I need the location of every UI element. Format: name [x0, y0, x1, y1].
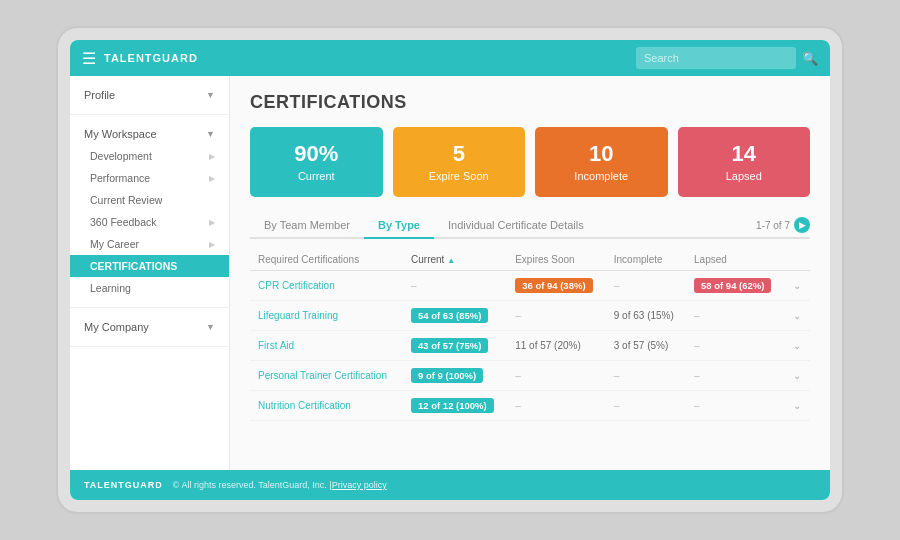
- sidebar-profile-header[interactable]: Profile ▼: [70, 84, 229, 106]
- expand-icon-cpr[interactable]: ⌄: [793, 280, 801, 291]
- stat-card-lapsed: 14 Lapsed: [678, 127, 811, 197]
- footer: TALENTGUARD © All rights reserved. Talen…: [70, 470, 830, 500]
- sidebar-item-development[interactable]: Development ▶: [70, 145, 229, 167]
- cell-expires-trainer: –: [507, 361, 606, 391]
- chevron-right-icon: ▶: [209, 174, 215, 183]
- cell-lapsed-cpr: 58 of 94 (62%): [686, 271, 785, 301]
- cert-link-lifeguard[interactable]: Lifeguard Training: [258, 310, 338, 321]
- stat-cards: 90% Current 5 Expire Soon 10 Incomplete …: [250, 127, 810, 197]
- stat-label-expire-soon: Expire Soon: [429, 170, 489, 182]
- expand-icon-lifeguard[interactable]: ⌄: [793, 310, 801, 321]
- stat-card-incomplete: 10 Incomplete: [535, 127, 668, 197]
- badge-expires-cpr: 36 of 94 (38%): [515, 278, 592, 293]
- chevron-right-icon: ▶: [209, 218, 215, 227]
- table-row: Personal Trainer Certification 9 of 9 (1…: [250, 361, 810, 391]
- footer-copy: © All rights reserved. TalentGuard, Inc.…: [173, 480, 332, 490]
- main-layout: Profile ▼ My Workspace ▼ Development ▶ P…: [70, 76, 830, 470]
- badge-current-lifeguard: 54 of 63 (85%): [411, 308, 488, 323]
- cert-link-nutrition[interactable]: Nutrition Certification: [258, 400, 351, 411]
- expand-icon-trainer[interactable]: ⌄: [793, 370, 801, 381]
- cert-link-cpr[interactable]: CPR Certification: [258, 280, 335, 291]
- col-expires-soon: Expires Soon: [507, 249, 606, 271]
- cell-incomplete-cpr: –: [606, 271, 686, 301]
- cell-incomplete-lifeguard: 9 of 63 (15%): [606, 301, 686, 331]
- cell-incomplete-trainer: –: [606, 361, 686, 391]
- cell-expand-cpr: ⌄: [785, 271, 810, 301]
- expand-icon-firstaid[interactable]: ⌄: [793, 340, 801, 351]
- sort-arrow-icon: ▲: [447, 256, 455, 265]
- tab-by-type[interactable]: By Type: [364, 213, 434, 239]
- sidebar-profile-label: Profile: [84, 89, 115, 101]
- certifications-table: Required Certifications Current ▲ Expire…: [250, 249, 810, 421]
- cell-incomplete-nutrition: –: [606, 391, 686, 421]
- badge-current-nutrition: 12 of 12 (100%): [411, 398, 494, 413]
- cell-expand-lifeguard: ⌄: [785, 301, 810, 331]
- cell-expires-nutrition: –: [507, 391, 606, 421]
- stat-card-current: 90% Current: [250, 127, 383, 197]
- search-icon: 🔍: [802, 51, 818, 66]
- sidebar-item-performance[interactable]: Performance ▶: [70, 167, 229, 189]
- tab-individual-details[interactable]: Individual Certificate Details: [434, 213, 598, 239]
- sidebar-workspace-label: My Workspace: [84, 128, 157, 140]
- cell-lapsed-trainer: –: [686, 361, 785, 391]
- pagination-text: 1-7 of 7: [756, 220, 790, 231]
- app-logo: TALENTGUARD: [104, 52, 636, 64]
- sidebar-workspace-section: My Workspace ▼ Development ▶ Performance…: [70, 115, 229, 308]
- page-title: CERTIFICATIONS: [250, 92, 810, 113]
- sidebar-workspace-header[interactable]: My Workspace ▼: [70, 123, 229, 145]
- sidebar-company-section: My Company ▼: [70, 308, 229, 347]
- cell-lapsed-nutrition: –: [686, 391, 785, 421]
- sidebar-company-header[interactable]: My Company ▼: [70, 316, 229, 338]
- cell-lapsed-lifeguard: –: [686, 301, 785, 331]
- cert-link-firstaid[interactable]: First Aid: [258, 340, 294, 351]
- pagination: 1-7 of 7 ▶: [756, 217, 810, 233]
- cell-current-trainer: 9 of 9 (100%): [403, 361, 507, 391]
- sidebar-item-my-career[interactable]: My Career ▶: [70, 233, 229, 255]
- cell-expand-trainer: ⌄: [785, 361, 810, 391]
- pagination-next-button[interactable]: ▶: [794, 217, 810, 233]
- col-current: Current ▲: [403, 249, 507, 271]
- cell-current-cpr: –: [403, 271, 507, 301]
- table-row: Lifeguard Training 54 of 63 (85%) – 9 of…: [250, 301, 810, 331]
- table-row: First Aid 43 of 57 (75%) 11 of 57 (20%) …: [250, 331, 810, 361]
- cert-name-lifeguard: Lifeguard Training: [250, 301, 403, 331]
- sidebar-item-learning[interactable]: Learning: [70, 277, 229, 299]
- stat-value-incomplete: 10: [589, 142, 613, 166]
- badge-current-firstaid: 43 of 57 (75%): [411, 338, 488, 353]
- cell-expires-cpr: 36 of 94 (38%): [507, 271, 606, 301]
- stat-value-lapsed: 14: [732, 142, 756, 166]
- tab-by-team-member[interactable]: By Team Member: [250, 213, 364, 239]
- expand-icon-nutrition[interactable]: ⌄: [793, 400, 801, 411]
- cell-current-lifeguard: 54 of 63 (85%): [403, 301, 507, 331]
- chevron-right-icon: ▶: [209, 240, 215, 249]
- cell-incomplete-firstaid: 3 of 57 (5%): [606, 331, 686, 361]
- cell-current-nutrition: 12 of 12 (100%): [403, 391, 507, 421]
- top-bar: ☰ TALENTGUARD 🔍: [70, 40, 830, 76]
- stat-card-expire-soon: 5 Expire Soon: [393, 127, 526, 197]
- sidebar-item-current-review[interactable]: Current Review: [70, 189, 229, 211]
- laptop-screen: ☰ TALENTGUARD 🔍 Profile ▼ My Workspace ▼: [70, 40, 830, 500]
- laptop-wrapper: ☰ TALENTGUARD 🔍 Profile ▼ My Workspace ▼: [0, 0, 900, 540]
- footer-logo: TALENTGUARD: [84, 480, 163, 490]
- hamburger-icon[interactable]: ☰: [82, 49, 96, 68]
- cert-link-trainer[interactable]: Personal Trainer Certification: [258, 370, 387, 381]
- sidebar: Profile ▼ My Workspace ▼ Development ▶ P…: [70, 76, 230, 470]
- chevron-down-icon-company: ▼: [206, 322, 215, 332]
- cell-expand-firstaid: ⌄: [785, 331, 810, 361]
- sidebar-item-360-feedback[interactable]: 360 Feedback ▶: [70, 211, 229, 233]
- stat-label-incomplete: Incomplete: [574, 170, 628, 182]
- stat-label-lapsed: Lapsed: [726, 170, 762, 182]
- cert-name-nutrition: Nutrition Certification: [250, 391, 403, 421]
- footer-privacy-link[interactable]: Privacy policy: [332, 480, 387, 490]
- sidebar-company-label: My Company: [84, 321, 149, 333]
- table-row: Nutrition Certification 12 of 12 (100%) …: [250, 391, 810, 421]
- cell-expires-firstaid: 11 of 57 (20%): [507, 331, 606, 361]
- sidebar-item-certifications[interactable]: CERTIFICATIONS: [70, 255, 229, 277]
- stat-value-current: 90%: [294, 142, 338, 166]
- cert-name-cpr: CPR Certification: [250, 271, 403, 301]
- search-input[interactable]: [636, 47, 796, 69]
- badge-lapsed-cpr: 58 of 94 (62%): [694, 278, 771, 293]
- badge-current-trainer: 9 of 9 (100%): [411, 368, 483, 383]
- cert-name-trainer: Personal Trainer Certification: [250, 361, 403, 391]
- col-required-certs: Required Certifications: [250, 249, 403, 271]
